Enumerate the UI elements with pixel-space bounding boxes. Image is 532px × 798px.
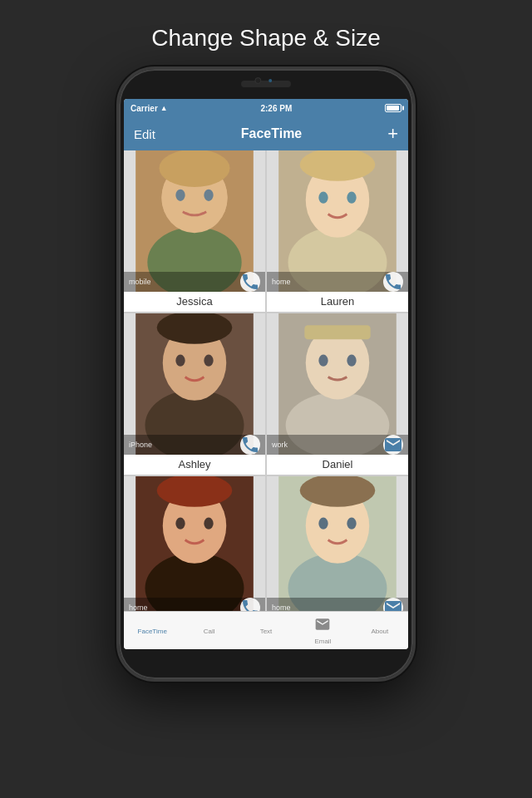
contact-photo-jessica: mobile [124, 150, 265, 292]
contact-photo-michelle: home [267, 476, 408, 611]
wifi-icon: ▲ [160, 104, 168, 112]
contact-cell-ashley[interactable]: iPhoneAshley [124, 313, 265, 475]
email-button-daniel[interactable] [383, 435, 403, 455]
svg-point-6 [160, 150, 230, 187]
phone-sensor [268, 79, 272, 82]
contact-label-row-jessica: mobile [124, 272, 265, 292]
contact-label-row-lauren: home [267, 272, 408, 292]
contact-label-row-michelle: home [267, 598, 408, 611]
status-time: 2:26 PM [260, 104, 292, 113]
contact-grid: mobileJessica homeLauren iPhoneAshley wo… [124, 150, 408, 611]
svg-point-34 [318, 518, 328, 530]
svg-point-4 [175, 190, 185, 201]
svg-point-11 [347, 192, 356, 204]
tab-text[interactable]: Text [238, 612, 294, 649]
contact-photo-ashley: iPhone [124, 313, 265, 455]
contact-type-daniel: work [272, 441, 288, 449]
contact-type-ashley: iPhone [129, 441, 152, 449]
status-bar: Carrier ▲ 2:26 PM [124, 99, 408, 117]
contact-name-ashley: Ashley [178, 455, 210, 475]
svg-point-16 [175, 355, 185, 367]
svg-point-10 [318, 192, 328, 204]
svg-point-5 [204, 190, 213, 201]
email-button-michelle[interactable] [383, 598, 403, 611]
contact-name-daniel: Daniel [323, 455, 353, 475]
tab-label-call: Call [204, 628, 215, 635]
call-button-lauren[interactable] [383, 272, 403, 292]
battery-fill [387, 106, 399, 111]
tab-label-email: Email [314, 638, 331, 645]
tab-icon-email [314, 616, 331, 637]
svg-point-29 [204, 518, 213, 530]
contact-cell-daniel[interactable]: workDaniel [267, 313, 408, 475]
contact-type-lauren: home [272, 278, 291, 286]
tab-email[interactable]: Email [294, 612, 351, 649]
navigation-bar: Edit FaceTime + [124, 117, 408, 150]
tab-label-about: About [371, 628, 388, 635]
call-button-ashley[interactable] [240, 435, 260, 455]
contact-cell-jessica[interactable]: mobileJessica [124, 150, 265, 312]
contact-type-michelle: home [272, 603, 291, 611]
battery-icon [385, 104, 401, 112]
page-title: Change Shape & Size [151, 25, 381, 52]
svg-point-35 [347, 518, 356, 530]
nav-title: FaceTime [241, 126, 303, 141]
svg-point-17 [204, 355, 213, 367]
contact-photo-daniel: work [267, 313, 408, 455]
add-button[interactable]: + [387, 123, 398, 145]
svg-point-22 [318, 355, 328, 367]
tab-facetime[interactable]: FaceTime [124, 612, 180, 649]
contact-name-lauren: Lauren [321, 292, 354, 312]
tab-about[interactable]: About [352, 612, 408, 649]
phone-speaker [241, 81, 291, 87]
call-button-jennifer[interactable] [240, 598, 260, 611]
contact-name-jessica: Jessica [176, 292, 212, 312]
phone-screen: Carrier ▲ 2:26 PM Edit FaceTime + mobil [124, 99, 408, 649]
contact-label-row-daniel: work [267, 435, 408, 455]
call-button-jessica[interactable] [240, 272, 260, 292]
contact-type-jennifer: home [129, 603, 148, 611]
phone-camera [254, 77, 261, 84]
tab-call[interactable]: Call [180, 612, 237, 649]
contact-photo-jennifer: home [124, 476, 265, 611]
contact-type-jessica: mobile [129, 278, 151, 286]
contact-label-row-jennifer: home [124, 598, 265, 611]
contact-label-row-ashley: iPhone [124, 435, 265, 455]
contact-cell-lauren[interactable]: homeLauren [267, 150, 408, 312]
status-carrier: Carrier ▲ [131, 104, 168, 113]
tab-label-text: Text [260, 628, 273, 635]
svg-point-28 [175, 518, 185, 530]
svg-rect-24 [304, 325, 370, 339]
tab-label-facetime: FaceTime [138, 628, 167, 635]
edit-button[interactable]: Edit [134, 127, 155, 141]
phone-frame: Carrier ▲ 2:26 PM Edit FaceTime + mobil [116, 66, 416, 682]
contact-cell-michelle[interactable]: homeMichelle [267, 476, 408, 611]
tab-bar: FaceTimeCallTextEmailAbout [124, 611, 408, 649]
contact-cell-jennifer[interactable]: homeJennifer [124, 476, 265, 611]
svg-point-23 [347, 355, 356, 367]
contact-photo-lauren: home [267, 150, 408, 292]
status-battery [385, 104, 401, 112]
